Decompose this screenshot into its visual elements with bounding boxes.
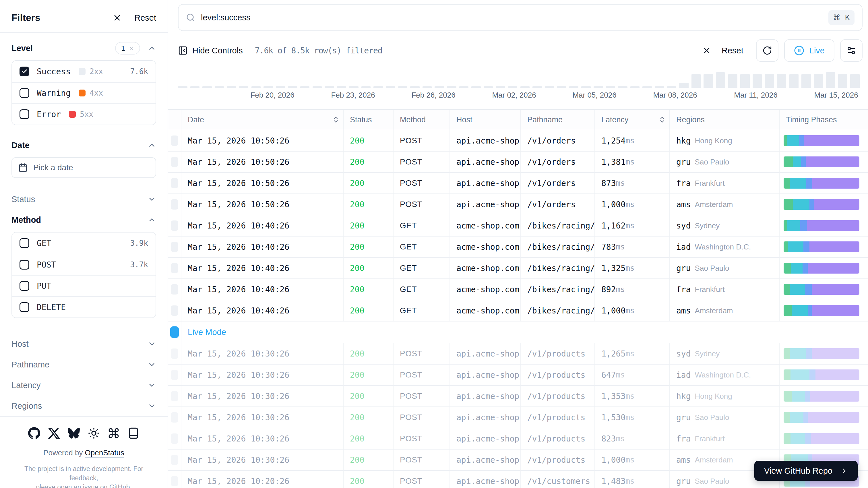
section-header-regions[interactable]: Regions	[11, 396, 156, 416]
row-select-checkbox[interactable]	[168, 152, 181, 172]
row-select-checkbox[interactable]	[168, 300, 181, 321]
checkbox[interactable]	[20, 260, 29, 270]
command-icon[interactable]	[107, 427, 120, 439]
histogram-bar[interactable]	[740, 74, 750, 88]
table-row[interactable]: Mar 15, 2026 10:40:26 200 GET acme-shop.…	[168, 237, 868, 258]
table-row[interactable]: Mar 15, 2026 10:30:26 200 POST api.acme-…	[168, 407, 868, 428]
x-logo-icon[interactable]	[48, 427, 60, 439]
row-select-checkbox[interactable]	[168, 471, 181, 488]
chevron-down-icon[interactable]	[148, 402, 156, 410]
table-row[interactable]: Mar 15, 2026 10:30:26 200 POST api.acme-…	[168, 343, 868, 365]
histogram-bar[interactable]	[716, 72, 725, 88]
row-select-checkbox[interactable]	[168, 194, 181, 215]
row-select-checkbox[interactable]	[168, 173, 181, 193]
chevron-down-icon[interactable]	[148, 195, 156, 204]
table-row[interactable]: Mar 15, 2026 10:30:26 200 POST api.acme-…	[168, 428, 868, 450]
histogram-bar[interactable]	[679, 83, 689, 88]
chevron-down-icon[interactable]	[148, 360, 156, 369]
chevron-down-icon[interactable]	[148, 381, 156, 390]
hide-controls-button[interactable]: Hide Controls	[178, 45, 243, 55]
bluesky-icon[interactable]	[68, 427, 80, 439]
histogram-bar[interactable]	[753, 74, 762, 88]
histogram-bar[interactable]	[789, 74, 799, 88]
filter-option-Warning[interactable]: Warning 4xx	[12, 82, 156, 103]
sun-icon[interactable]	[88, 427, 100, 439]
histogram-bar[interactable]	[838, 74, 848, 88]
histogram-bar[interactable]	[765, 74, 774, 88]
section-header-pathname[interactable]: Pathname	[11, 354, 156, 375]
section-header-host[interactable]: Host	[11, 334, 156, 354]
search-bar[interactable]: level:success ⌘ K	[178, 4, 863, 31]
table-row[interactable]: Mar 15, 2026 10:30:26 200 POST api.acme-…	[168, 365, 868, 386]
histogram-bar[interactable]	[704, 74, 713, 88]
row-select-checkbox[interactable]	[168, 237, 181, 257]
row-select-checkbox[interactable]	[168, 215, 181, 236]
github-icon[interactable]	[28, 427, 40, 439]
column-header-date[interactable]: Date	[181, 110, 344, 130]
sort-icon[interactable]	[658, 116, 666, 123]
chevron-up-icon[interactable]	[148, 44, 156, 53]
histogram-bar[interactable]	[691, 74, 701, 88]
view-settings-button[interactable]	[840, 39, 863, 62]
row-select-checkbox[interactable]	[168, 407, 181, 428]
table-row[interactable]: Mar 15, 2026 10:30:26 200 POST api.acme-…	[168, 386, 868, 407]
sort-icon[interactable]	[332, 116, 340, 123]
row-select-checkbox[interactable]	[168, 258, 181, 278]
checkbox[interactable]	[20, 110, 29, 119]
row-select-checkbox[interactable]	[168, 450, 181, 470]
date-picker-input[interactable]: Pick a date	[11, 157, 156, 178]
filter-option-GET[interactable]: GET 3.9k	[12, 233, 156, 254]
toolbar-reset-button[interactable]: Reset	[702, 46, 743, 55]
histogram-bar[interactable]	[801, 74, 811, 88]
chevron-down-icon[interactable]	[148, 340, 156, 348]
table-row[interactable]: Mar 15, 2026 10:50:26 200 POST api.acme-…	[168, 152, 868, 173]
refresh-button[interactable]	[756, 39, 778, 62]
histogram-bar[interactable]	[850, 74, 860, 88]
table-row[interactable]: Mar 15, 2026 10:50:26 200 POST api.acme-…	[168, 173, 868, 194]
checkbox[interactable]	[20, 281, 29, 291]
openstatus-link[interactable]: OpenStatus	[85, 448, 124, 457]
row-select-checkbox[interactable]	[168, 130, 181, 151]
row-select-checkbox[interactable]	[168, 428, 181, 449]
section-header-level[interactable]: Level 1	[11, 41, 156, 55]
histogram-bar[interactable]	[777, 74, 786, 88]
histogram-bar[interactable]	[814, 74, 823, 88]
histogram-bars[interactable]	[178, 72, 863, 88]
checkbox[interactable]	[20, 302, 29, 312]
filter-option-PUT[interactable]: PUT	[12, 275, 156, 296]
chevron-up-icon[interactable]	[148, 216, 156, 224]
book-icon[interactable]	[127, 427, 140, 439]
open-issue-link[interactable]: open an issue	[57, 483, 98, 488]
section-header-latency[interactable]: Latency	[11, 375, 156, 396]
row-select-checkbox[interactable]	[168, 365, 181, 385]
row-select-checkbox[interactable]	[168, 386, 181, 406]
live-toggle-button[interactable]: Live	[784, 39, 834, 62]
column-header-latency[interactable]: Latency	[595, 110, 670, 130]
filter-option-Success[interactable]: Success 2xx 7.6k	[12, 61, 156, 82]
section-header-date[interactable]: Date	[11, 139, 156, 152]
filter-option-Error[interactable]: Error 5xx	[12, 103, 156, 125]
histogram-bar[interactable]	[728, 74, 738, 88]
section-header-status[interactable]: Status	[11, 192, 156, 206]
filters-reset-button[interactable]: Reset	[134, 13, 156, 23]
live-mode-row[interactable]: Live Mode	[168, 322, 868, 343]
table-row[interactable]: Mar 15, 2026 10:40:26 200 GET acme-shop.…	[168, 279, 868, 300]
checkbox[interactable]	[20, 238, 29, 248]
chevron-up-icon[interactable]	[148, 141, 156, 150]
filter-option-DELETE[interactable]: DELETE	[12, 296, 156, 317]
table-row[interactable]: Mar 15, 2026 10:40:26 200 GET acme-shop.…	[168, 215, 868, 237]
filter-option-POST[interactable]: POST 3.7k	[12, 254, 156, 275]
table-row[interactable]: Mar 15, 2026 10:50:26 200 POST api.acme-…	[168, 194, 868, 215]
row-select-checkbox[interactable]	[168, 279, 181, 300]
histogram-bar[interactable]	[826, 72, 835, 88]
section-header-method[interactable]: Method	[11, 213, 156, 227]
checkbox[interactable]	[20, 67, 29, 77]
checkbox[interactable]	[20, 88, 29, 98]
table-row[interactable]: Mar 15, 2026 10:50:26 200 POST api.acme-…	[168, 130, 868, 152]
level-filter-count-badge[interactable]: 1	[115, 42, 140, 55]
table-row[interactable]: Mar 15, 2026 10:40:26 200 GET acme-shop.…	[168, 258, 868, 279]
view-github-repo-button[interactable]: View GitHub Repo	[754, 461, 858, 481]
table-row[interactable]: Mar 15, 2026 10:40:26 200 GET acme-shop.…	[168, 300, 868, 322]
clear-level-filter-icon[interactable]	[129, 45, 134, 51]
timeline-histogram[interactable]: Feb 20, 2026Feb 23, 2026Feb 26, 2026Mar …	[178, 72, 863, 100]
